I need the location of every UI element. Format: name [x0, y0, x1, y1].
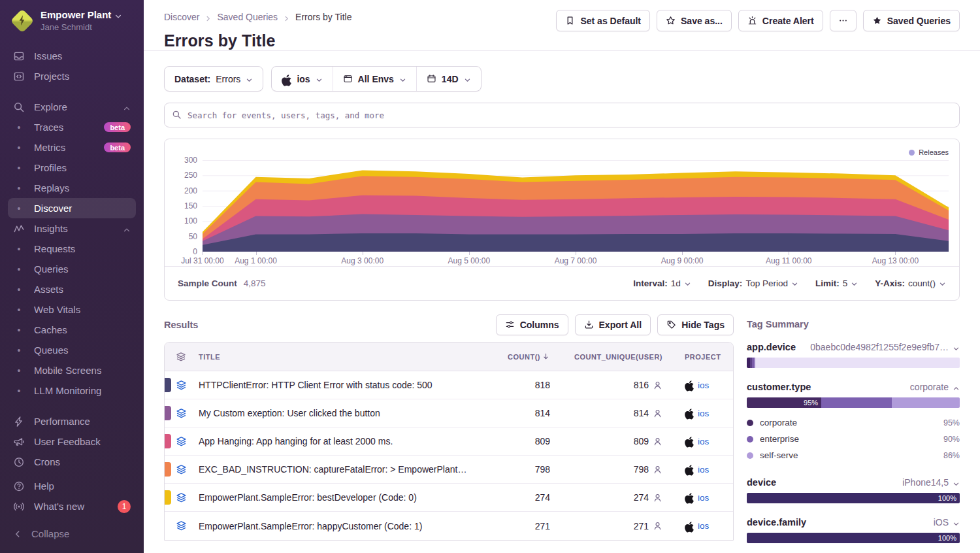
- breadcrumb-saved-queries[interactable]: Saved Queries: [217, 12, 278, 22]
- tag-distribution-bar[interactable]: 100%: [747, 493, 960, 503]
- tag-summary-heading: Tag Summary: [747, 314, 960, 335]
- tag-section-header[interactable]: device.familyiOS: [747, 517, 960, 528]
- project-link[interactable]: ios: [698, 437, 709, 446]
- tag-legend-item[interactable]: self-serve86%: [747, 447, 960, 463]
- window-icon: [343, 74, 353, 84]
- row-title[interactable]: App Hanging: App hanging for at least 20…: [199, 436, 478, 446]
- results-area: Results Columns Export All: [164, 314, 960, 553]
- sidebar-collapse-button[interactable]: Collapse: [8, 524, 136, 544]
- apple-icon: [685, 521, 694, 531]
- tag-value-text: 0baebc0de4982f1255f2e9e9fb7…: [810, 342, 949, 352]
- sidebar-item-traces[interactable]: •Tracesbeta: [8, 117, 136, 137]
- project-link[interactable]: ios: [698, 493, 709, 503]
- hide-tags-button[interactable]: Hide Tags: [657, 314, 734, 335]
- tag-distribution-bar[interactable]: [747, 358, 960, 368]
- search-input[interactable]: [164, 103, 960, 127]
- columns-button[interactable]: Columns: [496, 314, 568, 335]
- chevron-down-icon: [246, 75, 253, 82]
- table-row[interactable]: HTTPClientError: HTTP Client Error with …: [165, 371, 733, 399]
- sidebar-item-metrics[interactable]: •Metricsbeta: [8, 137, 136, 158]
- tag-value: iPhone14,5: [902, 477, 960, 488]
- sidebar-item-projects[interactable]: Projects: [8, 66, 136, 86]
- tag-section-header[interactable]: customer.typecorporate: [747, 382, 960, 392]
- page-header: Discover Saved Queries Errors by Title E…: [144, 0, 980, 51]
- sidebar-item-assets[interactable]: •Assets: [8, 279, 136, 299]
- table-row[interactable]: App Hanging: App hanging for at least 20…: [165, 427, 733, 456]
- column-header-count[interactable]: COUNT(): [508, 352, 550, 361]
- chevron-down-icon: [316, 75, 323, 82]
- project-filter-button[interactable]: ios: [272, 67, 332, 91]
- project-link[interactable]: ios: [698, 521, 709, 531]
- row-title[interactable]: HTTPClientError: HTTP Client Error with …: [199, 380, 478, 390]
- sidebar-item-user-feedback[interactable]: User Feedback: [8, 431, 136, 452]
- filter-bar: Dataset: Errors ios All Envs: [164, 66, 960, 92]
- tag-section-header[interactable]: app.device0baebc0de4982f1255f2e9e9fb7…: [747, 342, 960, 352]
- nav-gap: [0, 86, 144, 97]
- tag-distribution-bar[interactable]: 100%: [747, 533, 960, 543]
- column-header-count-unique[interactable]: COUNT_UNIQUE(USER): [574, 353, 662, 361]
- more-options-button[interactable]: [830, 10, 857, 31]
- row-title[interactable]: My Custom exeption: User clicked the but…: [199, 408, 478, 418]
- sidebar-item-llm-monitoring[interactable]: •LLM Monitoring: [8, 380, 136, 401]
- interval-dropdown[interactable]: Interval: 1d: [633, 278, 691, 288]
- tag-value-text: iOS: [934, 517, 949, 528]
- dataset-filter-button[interactable]: Dataset: Errors: [164, 66, 263, 92]
- sidebar-item-issues[interactable]: Issues: [8, 46, 136, 66]
- sidebar-item-insights[interactable]: Insights: [8, 218, 136, 239]
- sidebar-item-web-vitals[interactable]: •Web Vitals: [8, 299, 136, 320]
- sidebar-item-requests[interactable]: •Requests: [8, 239, 136, 259]
- breadcrumb-discover[interactable]: Discover: [164, 12, 199, 22]
- sidebar-item-crons[interactable]: Crons: [8, 452, 136, 472]
- saved-queries-button[interactable]: Saved Queries: [863, 10, 960, 31]
- sidebar-item-explore[interactable]: Explore: [8, 97, 136, 117]
- releases-legend[interactable]: Releases: [175, 147, 949, 158]
- sidebar-item-replays[interactable]: •Replays: [8, 178, 136, 198]
- sidebar-item-caches[interactable]: •Caches: [8, 320, 136, 340]
- table-row[interactable]: EmpowerPlant.SampleError: happyCustomer …: [165, 512, 733, 540]
- project-cell: ios: [662, 521, 733, 531]
- environment-filter-button[interactable]: All Envs: [333, 67, 416, 91]
- export-all-button[interactable]: Export All: [575, 314, 651, 335]
- table-row[interactable]: EXC_BAD_INSTRUCTION: captureFatalError: …: [165, 456, 733, 484]
- environment-filter-value: All Envs: [358, 74, 394, 84]
- sidebar-item-what-s-new[interactable]: What's new1: [8, 496, 136, 516]
- row-title[interactable]: EmpowerPlant.SampleError: bestDeveloper …: [199, 492, 478, 503]
- tag-value: corporate: [910, 382, 960, 392]
- create-alert-button[interactable]: Create Alert: [738, 10, 823, 31]
- tag-section-header[interactable]: deviceiPhone14,5: [747, 477, 960, 488]
- issues-icon: [13, 50, 25, 62]
- sidebar-item-help[interactable]: Help: [8, 476, 136, 496]
- row-title[interactable]: EmpowerPlant.SampleError: happyCustomer …: [199, 521, 478, 531]
- sidebar-item-mobile-screens[interactable]: •Mobile Screens: [8, 360, 136, 380]
- row-series-swatch: [165, 434, 171, 448]
- bullet-icon: •: [13, 122, 25, 133]
- limit-value: 5: [843, 278, 848, 288]
- sidebar-item-performance[interactable]: Performance: [8, 411, 136, 431]
- column-header-title[interactable]: TITLE: [199, 353, 478, 361]
- limit-dropdown[interactable]: Limit: 5: [815, 278, 858, 288]
- save-as-button[interactable]: Save as...: [657, 10, 732, 31]
- org-name[interactable]: Empower Plant: [41, 9, 111, 21]
- org-switcher[interactable]: Empower Plant Jane Schmidt: [0, 0, 144, 43]
- project-link[interactable]: ios: [698, 409, 709, 418]
- row-title[interactable]: EXC_BAD_INSTRUCTION: captureFatalError: …: [199, 464, 478, 475]
- person-icon: [653, 465, 662, 475]
- tag-legend-item[interactable]: enterprise90%: [747, 431, 960, 447]
- sidebar-item-queues[interactable]: •Queues: [8, 340, 136, 360]
- sidebar-item-profiles[interactable]: •Profiles: [8, 158, 136, 178]
- table-row[interactable]: EmpowerPlant.SampleError: bestDeveloper …: [165, 484, 733, 512]
- tag-distribution-bar[interactable]: 95%: [747, 397, 960, 408]
- person-icon: [653, 380, 662, 390]
- column-header-project[interactable]: PROJECT: [662, 353, 733, 361]
- sidebar-item-label: Profiles: [34, 162, 131, 173]
- project-link[interactable]: ios: [698, 465, 709, 475]
- project-link[interactable]: ios: [698, 380, 709, 390]
- sidebar-item-queries[interactable]: •Queries: [8, 259, 136, 279]
- y-axis-dropdown[interactable]: Y-Axis: count(): [875, 278, 946, 288]
- table-row[interactable]: My Custom exeption: User clicked the but…: [165, 399, 733, 427]
- set-as-default-button[interactable]: Set as Default: [556, 10, 650, 31]
- date-range-filter-button[interactable]: 14D: [416, 67, 481, 91]
- tag-legend-item[interactable]: corporate95%: [747, 414, 960, 431]
- display-dropdown[interactable]: Display: Top Period: [708, 278, 798, 288]
- sidebar-item-discover[interactable]: •Discover: [8, 198, 136, 218]
